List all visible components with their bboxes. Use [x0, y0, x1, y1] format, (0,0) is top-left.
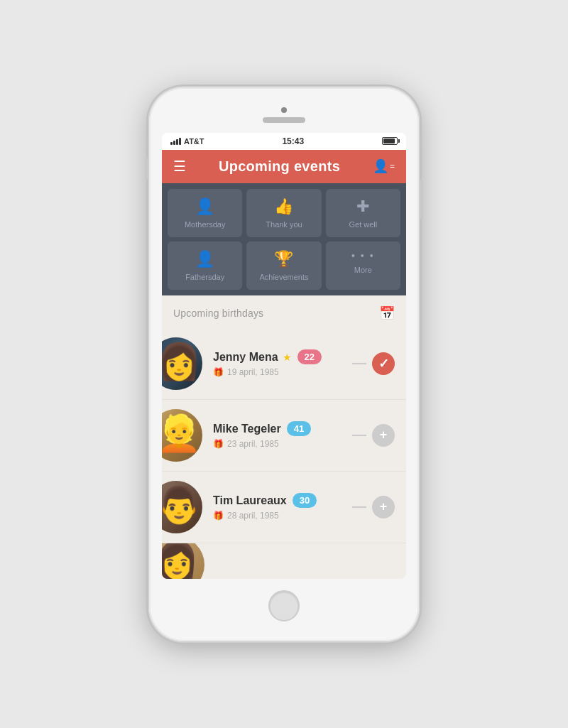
age-badge-jenny: 22 [297, 349, 322, 364]
page-title: Upcoming events [219, 158, 340, 175]
connector-jenny [352, 363, 366, 364]
person-card-jenny: Jenny Mena ★ 22 🎁 19 april, 1985 ✓ [162, 328, 406, 400]
carrier-label: AT&T [184, 137, 204, 146]
person-name-row-jenny: Jenny Mena ★ 22 [213, 349, 346, 364]
gift-icon-jenny: 🎁 [213, 367, 224, 377]
plus-button-mike[interactable]: + [372, 424, 395, 447]
getwell-icon: ✚ [356, 197, 369, 216]
achievements-icon: 🏆 [274, 250, 293, 268]
person-name-mike: Mike Tegeler [213, 423, 281, 435]
date-text-jenny: 19 april, 1985 [227, 367, 279, 377]
battery-fill [383, 138, 395, 143]
speaker [263, 117, 305, 123]
plus-button-tim[interactable]: + [372, 496, 395, 518]
birthdays-section: Upcoming birthdays 📅 Jenny Mena ★ 22 🎁 1… [162, 295, 406, 579]
camera [281, 107, 287, 113]
avatar-partial [162, 543, 204, 579]
action-col-jenny: ✓ [352, 352, 395, 375]
person-date-tim: 🎁 28 april, 1985 [213, 511, 346, 521]
connector-tim [352, 506, 366, 508]
phone-bottom [162, 579, 406, 629]
action-col-mike: + [352, 424, 395, 447]
mothersday-icon: 👤 [195, 197, 214, 216]
gift-icon-tim: 🎁 [213, 511, 224, 521]
connector-mike [352, 435, 366, 436]
phone-frame: AT&T 15:43 ☰ Upcoming events 👤= 👤 Mother… [149, 87, 419, 641]
achievements-label: Achievements [259, 273, 308, 281]
person-name-jenny: Jenny Mena [213, 351, 278, 364]
person-info-jenny: Jenny Mena ★ 22 🎁 19 april, 1985 [213, 349, 346, 377]
status-left: AT&T [170, 137, 204, 146]
birthdays-title: Upcoming birthdays [173, 308, 263, 319]
date-text-tim: 28 april, 1985 [227, 511, 279, 521]
age-badge-mike: 41 [287, 421, 311, 436]
person-date-jenny: 🎁 19 april, 1985 [213, 367, 346, 377]
fathersday-label: Fathersday [185, 273, 224, 281]
app-header: ☰ Upcoming events 👤= [162, 150, 406, 183]
phone-screen: AT&T 15:43 ☰ Upcoming events 👤= 👤 Mother… [162, 133, 406, 579]
home-button[interactable] [268, 590, 300, 621]
action-col-tim: + [352, 496, 395, 518]
calendar-icon[interactable]: 📅 [379, 305, 395, 321]
person-card-partial [162, 543, 406, 579]
category-achievements[interactable]: 🏆 Achievements [246, 241, 321, 290]
battery-icon [382, 137, 398, 145]
status-right [382, 137, 398, 145]
birthdays-header: Upcoming birthdays 📅 [162, 295, 406, 328]
more-icon: • • • [351, 250, 374, 261]
signal-bars [170, 138, 181, 145]
category-more[interactable]: • • • More [326, 241, 400, 290]
status-bar: AT&T 15:43 [162, 133, 406, 150]
age-badge-tim: 30 [293, 493, 317, 508]
person-info-mike: Mike Tegeler 41 🎁 23 april, 1985 [213, 421, 346, 449]
hamburger-icon[interactable]: ☰ [173, 159, 186, 173]
avatar-tim [162, 479, 204, 536]
category-grid: 👤 Mothersday 👍 Thank you ✚ Get well 👤 Fa… [162, 183, 406, 295]
person-card-tim: Tim Laureaux 30 🎁 28 april, 1985 + [162, 472, 406, 543]
mothersday-label: Mothersday [185, 220, 225, 229]
person-date-mike: 🎁 23 april, 1985 [213, 439, 346, 449]
time-label: 15:43 [282, 136, 304, 146]
person-card-mike: Mike Tegeler 41 🎁 23 april, 1985 + [162, 400, 406, 472]
star-icon-jenny: ★ [283, 352, 292, 363]
category-getwell[interactable]: ✚ Get well [326, 189, 400, 237]
category-thankyou[interactable]: 👍 Thank you [246, 189, 321, 237]
getwell-label: Get well [349, 220, 377, 229]
check-button-jenny[interactable]: ✓ [372, 352, 395, 375]
thankyou-icon: 👍 [274, 197, 293, 216]
phone-top [162, 100, 406, 133]
more-label: More [354, 266, 372, 274]
person-name-row-tim: Tim Laureaux 30 [213, 493, 346, 508]
avatar-mike [162, 407, 204, 464]
person-name-tim: Tim Laureaux [213, 494, 287, 507]
person-info-tim: Tim Laureaux 30 🎁 28 april, 1985 [213, 493, 346, 521]
profile-icon[interactable]: 👤= [373, 158, 395, 174]
date-text-mike: 23 april, 1985 [227, 439, 279, 449]
person-name-row-mike: Mike Tegeler 41 [213, 421, 346, 436]
category-mothersday[interactable]: 👤 Mothersday [168, 189, 242, 237]
thankyou-label: Thank you [266, 220, 302, 229]
gift-icon-mike: 🎁 [213, 439, 224, 449]
category-fathersday[interactable]: 👤 Fathersday [168, 241, 242, 290]
fathersday-icon: 👤 [195, 250, 214, 268]
avatar-jenny [162, 335, 204, 392]
